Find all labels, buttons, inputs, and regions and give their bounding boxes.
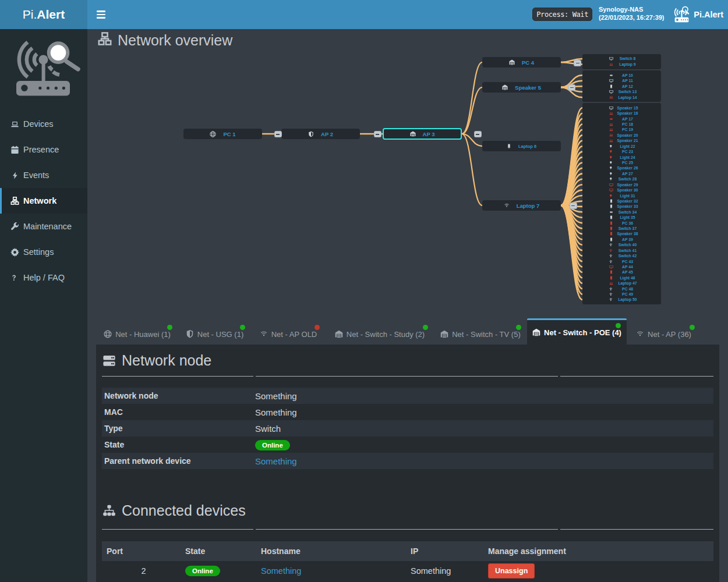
question-icon	[10, 274, 19, 282]
leaf-node-speaker-30[interactable]: Speaker 30	[582, 187, 661, 193]
tab-net-switch-tv-5[interactable]: Net - Switch - TV (5)	[434, 324, 527, 345]
leaf-node-light-35[interactable]: Light 35	[582, 215, 661, 220]
leaf-node-ap-10[interactable]: AP 10	[582, 73, 661, 78]
connected-device-row: 2OnlineSomethingSomethingUnassign	[102, 561, 713, 581]
brand-logo[interactable]: Pi.Alert	[0, 0, 87, 29]
leaf-label: PC 19	[594, 127, 661, 132]
ip-cell: Something	[408, 561, 483, 581]
column-header-state[interactable]: State	[181, 541, 256, 561]
leaf-node-laptop-9[interactable]: Laptop 9	[582, 62, 661, 67]
leaf-label: AP 17	[594, 117, 661, 121]
leaf-node-light-31[interactable]: Light 31	[582, 193, 661, 198]
column-header-port[interactable]: Port	[102, 541, 181, 561]
leaf-node-speaker-32[interactable]: Speaker 32	[582, 198, 661, 204]
leaf-node-ap-45[interactable]: AP 45	[582, 269, 661, 275]
navbar-app-link[interactable]: Pi.Alert	[674, 0, 723, 29]
topology-node-laptop-7[interactable]: Laptop 7	[482, 200, 561, 211]
leaf-node-switch-37[interactable]: Switch 37	[582, 226, 661, 231]
leaf-node-light-22[interactable]: Light 22	[582, 144, 661, 149]
leaf-node-switch-28[interactable]: Switch 28	[582, 176, 661, 182]
leaf-node-pc-43[interactable]: PC 43	[582, 258, 661, 264]
tab-net-ap-36[interactable]: Net - AP (36)	[627, 324, 701, 345]
leaf-node-laptop-14[interactable]: Laptop 14	[582, 94, 661, 100]
leaf-node-light-46[interactable]: Light 46	[582, 275, 661, 281]
topology-node-pc-4[interactable]: PC 4	[482, 57, 561, 68]
field-value: Something	[255, 391, 297, 401]
leaf-node-switch-8[interactable]: Switch 8	[582, 56, 661, 61]
process-status-badge[interactable]: Process: Wait	[532, 8, 592, 21]
leaf-label: Speaker 26	[594, 166, 661, 170]
leaf-node-ap-27[interactable]: AP 27	[582, 171, 661, 176]
leaf-node-speaker-21[interactable]: Speaker 21	[582, 138, 661, 143]
leaf-node-ap-12[interactable]: AP 12	[582, 84, 661, 89]
sidebar-item-help-faq[interactable]: Help / FAQ	[0, 265, 87, 290]
leaf-node-speaker-15[interactable]: Speaker 15	[582, 105, 661, 111]
collapse-minus-button[interactable]	[374, 131, 381, 137]
tab-net-ap-old[interactable]: Net - AP OLD	[251, 324, 326, 345]
leaf-label: AP 44	[594, 265, 661, 269]
pialert-app: Pi.Alert Process: Wait Synology-NAS (22/…	[0, 0, 728, 582]
tab-label: Net - Switch - POE (4)	[544, 328, 621, 337]
bolt-icon	[10, 171, 19, 180]
sidebar-item-devices[interactable]: Devices	[0, 111, 87, 137]
leaf-node-ap-11[interactable]: AP 11	[582, 78, 661, 83]
collapse-minus-button[interactable]	[474, 131, 482, 137]
leaf-node-pc-49[interactable]: PC 49	[582, 292, 661, 297]
leaf-node-pc-25[interactable]: PC 25	[582, 160, 661, 165]
topology-node-pc-1[interactable]: PC 1	[183, 129, 262, 139]
sidebar-item-maintenance[interactable]: Maintenance	[0, 214, 87, 239]
leaf-node-ap-44[interactable]: AP 44	[582, 264, 661, 269]
topology-node-ap-3[interactable]: AP 3	[383, 128, 462, 140]
leaf-node-switch-42[interactable]: Switch 42	[582, 253, 661, 258]
leaf-node-switch-40[interactable]: Switch 40	[582, 242, 661, 247]
sidebar-item-events[interactable]: Events	[0, 162, 87, 188]
leaf-label: AP 12	[594, 84, 661, 88]
tab-net-huawei-1[interactable]: Net - Huawei (1)	[96, 324, 178, 345]
leaf-node-ap-39[interactable]: AP 39	[582, 237, 661, 242]
collapse-minus-button[interactable]	[568, 84, 575, 91]
sidebar-toggle-button[interactable]	[91, 0, 110, 29]
topology-node-laptop-6[interactable]: Laptop 6	[482, 141, 561, 151]
tab-content-panel: Network node Network nodeSomethingMACSom…	[96, 345, 719, 582]
collapse-minus-button[interactable]	[274, 131, 282, 137]
column-header-ip[interactable]: IP	[408, 541, 483, 561]
leaf-node-light-24[interactable]: Light 24	[582, 154, 661, 159]
tab-net-switch-poe-4[interactable]: Net - Switch - POE (4)	[527, 318, 627, 345]
topology-node-speaker-5[interactable]: Speaker 5	[482, 82, 561, 93]
leaf-node-pc-23[interactable]: PC 23	[582, 149, 661, 154]
leaf-node-laptop-50[interactable]: Laptop 50	[582, 297, 661, 302]
warehouse-icon	[509, 59, 515, 65]
collapse-minus-button[interactable]	[574, 60, 581, 66]
leaf-node-pc-48[interactable]: PC 48	[582, 286, 661, 291]
leaf-node-speaker-20[interactable]: Speaker 20	[582, 133, 661, 138]
sidebar-item-settings[interactable]: Settings	[0, 239, 87, 265]
leaf-node-pc-19[interactable]: PC 19	[582, 127, 661, 132]
parent-device-link[interactable]: Something	[255, 456, 297, 466]
collapse-minus-button[interactable]	[570, 203, 577, 209]
field-label: Type	[102, 420, 253, 436]
leaf-node-speaker-26[interactable]: Speaker 26	[582, 165, 661, 171]
leaf-node-pc-18[interactable]: PC 18	[582, 122, 661, 127]
column-header-manage-assignment[interactable]: Manage assignment	[483, 541, 713, 561]
leaf-node-speaker-29[interactable]: Speaker 29	[582, 182, 661, 187]
leaf-node-pc-36[interactable]: PC 36	[582, 220, 661, 225]
sidebar-item-presence[interactable]: Presence	[0, 137, 87, 162]
leaf-label: AP 45	[594, 270, 661, 274]
tab-net-switch-study-2[interactable]: Net - Switch - Study (2)	[326, 324, 434, 345]
leaf-node-switch-13[interactable]: Switch 13	[582, 89, 661, 94]
tab-net-usg-1[interactable]: Net - USG (1)	[178, 324, 251, 345]
leaf-node-speaker-16[interactable]: Speaker 16	[582, 111, 661, 116]
leaf-node-laptop-47[interactable]: Laptop 47	[582, 281, 661, 286]
leaf-node-switch-41[interactable]: Switch 41	[582, 248, 661, 253]
sidebar-item-network[interactable]: Network	[0, 188, 87, 214]
unassign-button[interactable]: Unassign	[488, 563, 535, 579]
topology-node-ap-2[interactable]: AP 2	[281, 129, 360, 139]
leaf-node-speaker-33[interactable]: Speaker 33	[582, 204, 661, 209]
column-header-hostname[interactable]: Hostname	[256, 541, 408, 561]
leaf-label: Switch 41	[594, 249, 661, 253]
hostname-link[interactable]: Something	[256, 561, 408, 581]
gear-icon	[10, 248, 19, 257]
leaf-node-switch-34[interactable]: Switch 34	[582, 210, 661, 215]
leaf-node-ap-17[interactable]: AP 17	[582, 116, 661, 121]
leaf-node-speaker-38[interactable]: Speaker 38	[582, 231, 661, 236]
